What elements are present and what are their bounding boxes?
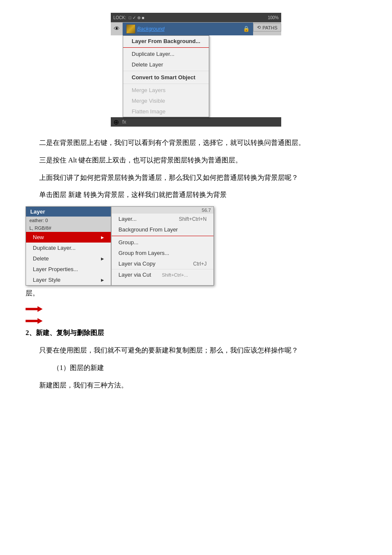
sub-heading: （1）图层的新建 [26, 362, 366, 374]
menu-item-new-label: New [33, 234, 44, 240]
paths-tab[interactable]: ⟲ PATHS [253, 23, 281, 32]
info-row-1: eather: 0 [26, 217, 111, 224]
right-label-layer: Layer... [118, 216, 137, 222]
right-partial-top: 56.7 [112, 207, 213, 214]
right-label-group: Group... [118, 239, 138, 246]
ctx-merge-layers: Merge Layers [123, 85, 209, 95]
ps-bottom-bar: ⊕ fx [111, 117, 281, 127]
right-item-layer-copy[interactable]: Layer via Copy Ctrl+J [112, 258, 213, 269]
intro-text: 单击图层 新建 转换为背景层，这样我们就把普通层转换为背景 [26, 189, 366, 201]
right-partial-dge [389, 26, 392, 27]
ctx-delete-layer[interactable]: Delete Layer [123, 59, 209, 70]
svg-marker-0 [26, 306, 43, 312]
ctx-flatten-image: Flatten Image [123, 106, 209, 117]
right-item-group-layers[interactable]: Group from Layers... [112, 248, 213, 258]
eye-col: 👁 [111, 23, 123, 35]
menu-item-delete[interactable]: Delete [26, 253, 111, 264]
right-shortcut-copy: Ctrl+J [193, 261, 207, 267]
layer-thumbnail [126, 24, 135, 34]
screenshot-2: Layer eather: 0 L, RGB/8# New Duplicate … [26, 206, 366, 286]
ctx-layer-from-bg[interactable]: Layer From Background... [123, 36, 209, 46]
paths-icon: ⟲ [257, 25, 261, 30]
ctx-sep-1 [123, 47, 209, 48]
context-menu-container: Layer From Background... Duplicate Layer… [123, 35, 281, 117]
menu-item-properties-label: Layer Properties... [33, 266, 78, 272]
eye-icon: 👁 [114, 26, 120, 32]
menu-item-style[interactable]: Layer Style [26, 275, 111, 285]
menu-item-duplicate-label: Duplicate Layer... [33, 245, 75, 251]
menu-item-delete-label: Delete [33, 255, 49, 262]
menu-item-duplicate[interactable]: Duplicate Layer... [26, 243, 111, 253]
red-arrow-1 [26, 305, 366, 313]
paths-label: PATHS [262, 25, 277, 30]
ps-toolbar: LOCK: □ ✓ ⊕ ■ 100% [111, 13, 281, 22]
right-item-bg-from-layer[interactable]: Background From Layer [112, 224, 213, 235]
lock-icons: □ ✓ ⊕ ■ [129, 15, 144, 20]
right-sep-1 [112, 236, 213, 236]
zoom-percent: 100% [268, 15, 279, 20]
lock-label: LOCK: [113, 15, 126, 20]
paragraph-3: 上面我们讲了如何把背景层转换为普通层，那么我们又如何把普通层转换为背景层呢？ [26, 172, 366, 184]
ps-panel-1: LOCK: □ ✓ ⊕ ■ 100% 👁 Background 🔒 [111, 13, 281, 127]
fx-label: fx [122, 119, 126, 125]
menu-item-new[interactable]: New [26, 232, 111, 243]
section-heading: 2、新建、复制与删除图层 [26, 329, 366, 338]
right-menu: 56.7 Layer... Shift+Ctrl+N Background Fr… [111, 207, 213, 285]
menu-layer-label: Layer [26, 207, 111, 217]
paragraph-4: 只要在使用图层，我们就不可避免的要新建和复制图层；那么，我们应该怎样操作呢？ [26, 344, 366, 357]
layer-row: Background 🔒 [123, 23, 253, 35]
ctx-merge-visible: Merge Visible [123, 95, 209, 106]
lock-icon: 🔒 [243, 26, 250, 32]
layer-name: Background [137, 26, 241, 32]
info-row-2: L, RGB/8# [26, 224, 111, 232]
screenshot-1: LOCK: □ ✓ ⊕ ■ 100% 👁 Background 🔒 [26, 13, 366, 127]
right-label-copy: Layer via Copy [118, 260, 156, 267]
right-partial-val: 56.7 [202, 208, 211, 213]
right-item-layer[interactable]: Layer... Shift+Ctrl+N [112, 214, 213, 224]
paragraph-1: 二是在背景图层上右键，我们可以看到有个背景图层，选择它，就可以转换问普通图层。 [26, 137, 366, 149]
intro-text-span: 单击图层 新建 转换为背景层，这样我们就把普通层转换为背景 [39, 191, 227, 198]
svg-marker-1 [26, 318, 43, 324]
red-arrow-2 [26, 317, 366, 325]
menu-item-style-label: Layer Style [33, 277, 61, 283]
paragraph-2: 三是按住 Alt 键在图层上双击，也可以把背景图层转换为普通图层。 [26, 154, 366, 167]
paragraph-5: 新建图层，我们有三种方法。 [26, 379, 366, 392]
layer-paths-row: 👁 Background 🔒 ⟲ PATHS [111, 22, 281, 35]
ctx-sep-3 [123, 84, 209, 84]
ctx-convert-smart[interactable]: Convert to Smart Object [123, 72, 209, 83]
right-label-bg: Background From Layer [118, 226, 178, 233]
link-icon: ⊕ [113, 118, 119, 126]
page-content: LOCK: □ ✓ ⊕ ■ 100% 👁 Background 🔒 [26, 13, 366, 391]
tail-text: 层。 [26, 287, 366, 300]
context-menu-1: Layer From Background... Duplicate Layer… [123, 35, 209, 117]
left-menu: Layer eather: 0 L, RGB/8# New Duplicate … [26, 207, 111, 285]
ctx-sep-2 [123, 71, 209, 71]
ps-menu-main: Layer eather: 0 L, RGB/8# New Duplicate … [26, 207, 213, 285]
right-label-group-layers: Group from Layers... [118, 250, 169, 256]
right-partial-bottom: Layer via Cut Shift+Ctrl+... [112, 269, 213, 278]
menu-item-properties[interactable]: Layer Properties... [26, 264, 111, 275]
right-shortcut-layer: Shift+Ctrl+N [179, 216, 207, 222]
ps-menu-wrapper: Layer eather: 0 L, RGB/8# New Duplicate … [26, 206, 214, 286]
ctx-duplicate-layer[interactable]: Duplicate Layer... [123, 49, 209, 59]
right-item-group[interactable]: Group... [112, 237, 213, 248]
